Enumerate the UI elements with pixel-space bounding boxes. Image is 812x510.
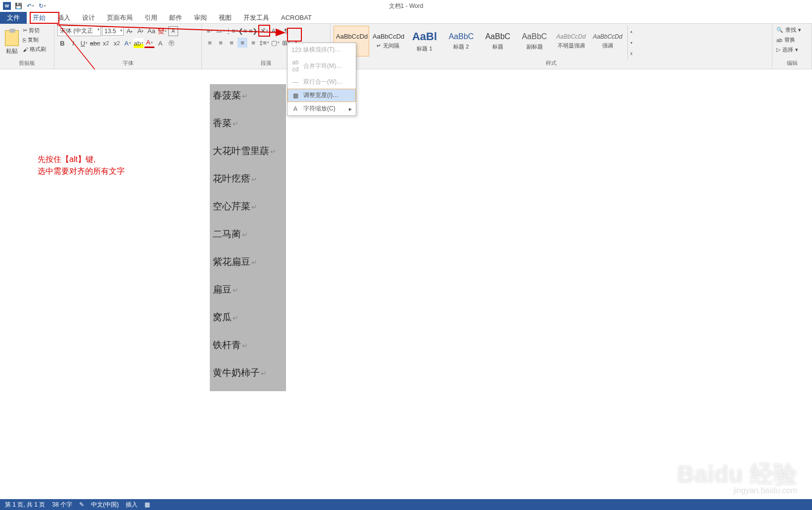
- shading-button[interactable]: ▢: [270, 38, 280, 48]
- menu-icon: —: [291, 79, 299, 86]
- subscript-button[interactable]: x2: [101, 38, 111, 48]
- save-button[interactable]: 💾: [14, 1, 23, 10]
- ribbon-tabs: 文件 开始 插入 设计 页面布局 引用 邮件 审阅 视图 开发工具 ACROBA…: [0, 12, 812, 24]
- grow-font-button[interactable]: A▴: [125, 26, 135, 36]
- shrink-font-button[interactable]: A▾: [136, 26, 145, 36]
- tab-view[interactable]: 视图: [213, 12, 238, 24]
- highlight-home-tab: [30, 12, 59, 24]
- menu-item: 123纵横混排(T)…: [287, 43, 356, 56]
- strikethrough-button[interactable]: abc: [90, 38, 100, 48]
- document-line[interactable]: 空心芹菜↵: [213, 200, 257, 213]
- page: 春菠菜↵香菜↵大花叶雪里蕻↵花叶疙瘩↵空心芹菜↵二马蔺↵紫花扁豆↵扁豆↵窝瓜↵铁…: [148, 69, 584, 510]
- select-icon: ▷: [776, 47, 780, 53]
- status-language[interactable]: 中文(中国): [91, 501, 119, 509]
- sort-button[interactable]: A↓: [270, 26, 280, 36]
- font-size-select[interactable]: 13.5: [102, 27, 124, 36]
- tab-layout[interactable]: 页面布局: [101, 12, 139, 24]
- style-item[interactable]: AaBbC标题: [480, 26, 516, 56]
- proof-icon[interactable]: ✎: [79, 501, 84, 508]
- change-case-button[interactable]: Aa: [146, 26, 156, 36]
- menu-item: ab cd合并字符(M)…: [287, 56, 356, 75]
- tab-mailings[interactable]: 邮件: [163, 12, 188, 24]
- find-icon: 🔍: [776, 27, 783, 33]
- styles-gallery[interactable]: AaBbCcDd正文AaBbCcDd↵ 无间隔AaBl标题 1AaBbC标题 2…: [334, 26, 625, 56]
- increase-indent-button[interactable]: ≡❯: [248, 26, 258, 36]
- paste-label: 粘贴: [6, 47, 18, 55]
- align-right-button[interactable]: ≡: [227, 38, 237, 48]
- find-button[interactable]: 🔍查找 ▾: [775, 26, 809, 34]
- macro-icon[interactable]: ▦: [144, 501, 150, 508]
- tab-acrobat[interactable]: ACROBAT: [275, 12, 318, 24]
- decrease-indent-button[interactable]: ❮≡: [238, 26, 247, 36]
- tab-file[interactable]: 文件: [0, 12, 27, 24]
- watermark-url: jingyan.baidu.com: [733, 486, 797, 495]
- document-line[interactable]: 铁杆青↵: [213, 339, 248, 352]
- ribbon: 粘贴 ✂剪切 ⎘复制 🖌格式刷 剪贴板 宋体 (中文正 13.5 A▴ A▾ A…: [0, 24, 812, 69]
- styles-label: 样式: [334, 59, 769, 68]
- line-spacing-button[interactable]: ‡≡: [259, 38, 269, 48]
- paste-button[interactable]: 粘贴: [3, 26, 21, 59]
- status-page[interactable]: 第 1 页, 共 1 页: [5, 501, 45, 509]
- style-item[interactable]: AaBl标题 1: [407, 26, 442, 56]
- align-center-button[interactable]: ≡: [216, 38, 226, 48]
- distributed-button[interactable]: ≡: [248, 38, 258, 48]
- status-words[interactable]: 38 个字: [52, 501, 72, 509]
- char-border-button[interactable]: A: [168, 26, 178, 36]
- style-item[interactable]: AaBbCcDd不明显强调: [553, 26, 589, 56]
- align-left-button[interactable]: ≡: [205, 38, 215, 48]
- menu-icon: 123: [291, 47, 299, 53]
- document-line[interactable]: 二马蔺↵: [213, 228, 248, 241]
- undo-button[interactable]: ↶: [26, 1, 35, 10]
- multilevel-button[interactable]: ⋮≡: [227, 26, 237, 36]
- menu-item[interactable]: ▦调整宽度(I)…: [287, 89, 356, 102]
- format-painter-button[interactable]: 🖌格式刷: [23, 46, 46, 53]
- document-line[interactable]: 扁豆↵: [213, 283, 239, 296]
- superscript-button[interactable]: x2: [112, 38, 122, 48]
- tab-design[interactable]: 设计: [76, 12, 101, 24]
- asian-layout-button[interactable]: ✕̂: [259, 26, 269, 36]
- char-shading-button[interactable]: A: [155, 38, 165, 48]
- enclose-char-button[interactable]: ㊫: [166, 38, 176, 48]
- tab-developer[interactable]: 开发工具: [238, 12, 275, 24]
- style-item[interactable]: AaBbC标题 2: [443, 26, 479, 56]
- status-bar: 第 1 页, 共 1 页 38 个字 ✎ 中文(中国) 插入 ▦: [0, 499, 812, 510]
- font-color-button[interactable]: A: [144, 38, 154, 48]
- bullets-button[interactable]: ≡: [205, 26, 215, 36]
- cut-button[interactable]: ✂剪切: [23, 27, 46, 34]
- document-line[interactable]: 窝瓜↵: [213, 311, 239, 324]
- font-label: 字体: [57, 59, 198, 68]
- font-name-select[interactable]: 宋体 (中文正: [57, 26, 101, 36]
- document-line[interactable]: 大花叶雪里蕻↵: [213, 145, 276, 157]
- text-effects-button[interactable]: A: [123, 38, 133, 48]
- bold-button[interactable]: B: [57, 38, 67, 48]
- styles-scroll[interactable]: ▴▾⊻: [627, 26, 634, 59]
- document-line[interactable]: 紫花扁豆↵: [213, 255, 257, 268]
- copy-button[interactable]: ⎘复制: [23, 36, 46, 44]
- redo-button[interactable]: ↻: [38, 1, 47, 10]
- justify-button[interactable]: ≡: [238, 38, 247, 48]
- tab-references[interactable]: 引用: [139, 12, 163, 24]
- document-line[interactable]: 香菜↵: [213, 117, 239, 130]
- document-line[interactable]: 春菠菜↵: [213, 89, 248, 102]
- menu-icon: ▦: [291, 92, 299, 99]
- document-line[interactable]: 花叶疙瘩↵: [213, 172, 257, 185]
- select-button[interactable]: ▷选择 ▾: [775, 46, 809, 54]
- group-clipboard: 粘贴 ✂剪切 ⎘复制 🖌格式刷 剪贴板: [0, 24, 54, 69]
- italic-button[interactable]: I: [68, 38, 78, 48]
- copy-icon: ⎘: [23, 37, 26, 43]
- underline-button[interactable]: U: [79, 38, 89, 48]
- style-item[interactable]: AaBbCcDd↵ 无间隔: [370, 26, 406, 56]
- replace-icon: ab: [776, 37, 782, 43]
- replace-button[interactable]: ab替换: [775, 36, 809, 44]
- style-item[interactable]: AaBbCcDd强调: [590, 26, 625, 56]
- highlight-button[interactable]: ab: [134, 38, 143, 48]
- document-line[interactable]: 黄牛奶柿子↵: [213, 366, 267, 379]
- numbering-button[interactable]: ≔: [216, 26, 226, 36]
- clipboard-label: 剪贴板: [3, 59, 51, 68]
- document-area[interactable]: 春菠菜↵香菜↵大花叶雪里蕻↵花叶疙瘩↵空心芹菜↵二马蔺↵紫花扁豆↵扁豆↵窝瓜↵铁…: [0, 69, 812, 499]
- phonetic-guide-button[interactable]: 變: [157, 26, 167, 36]
- style-item[interactable]: AaBbC副标题: [517, 26, 552, 56]
- menu-item[interactable]: A字符缩放(C)▸: [287, 102, 356, 115]
- status-mode[interactable]: 插入: [126, 501, 138, 509]
- tab-review[interactable]: 审阅: [188, 12, 213, 24]
